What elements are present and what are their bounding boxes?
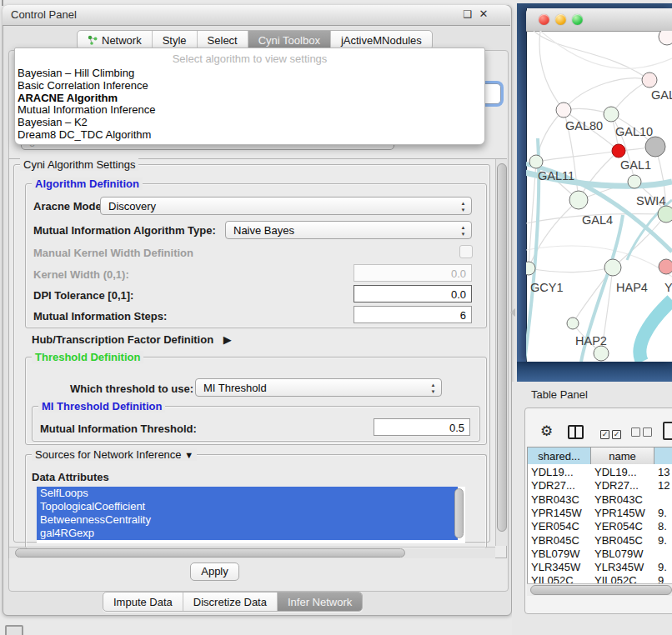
network-node-gal80[interactable] [556, 102, 571, 118]
mi-algorithm-type-label: Mutual Information Algorithm Type: [33, 224, 216, 237]
tab-select[interactable]: Select [198, 31, 248, 49]
table-cell[interactable]: YDR27... [594, 479, 639, 492]
table-cell[interactable]: YBR045C [531, 534, 579, 547]
settings-hscrollbar-thumb[interactable] [15, 548, 405, 558]
stepper-arrows-icon: ▲▼ [429, 382, 437, 395]
node-label-gal80: GAL80 [565, 119, 603, 132]
attribute-item-topologicalcoefficient[interactable]: TopologicalCoefficient [37, 500, 458, 513]
algorithm-definition-title: Algorithm Definition [32, 178, 143, 190]
node-label-gal11: GAL11 [538, 169, 574, 182]
table-cell[interactable]: YBR045C [594, 534, 643, 547]
select-all-columns-icon[interactable]: ✓✓ [600, 427, 624, 439]
table-cell[interactable]: YBR043C [531, 493, 579, 506]
algorithm-option-mutual-information-inference[interactable]: Mutual Information Inference [15, 104, 484, 117]
table-cell[interactable]: YDL19... [531, 466, 574, 478]
table-cell[interactable]: YDL19... [594, 466, 637, 478]
network-node-gal10[interactable] [604, 107, 619, 122]
hub-definition-toggle[interactable]: Hub/Transcription Factor Definition ▶ [32, 333, 232, 346]
network-node-hap2[interactable] [567, 318, 579, 329]
network-node-swi4[interactable] [628, 175, 641, 188]
column-header-name[interactable]: name [591, 448, 654, 465]
splitpane-collapse-arrow-icon[interactable] [510, 308, 515, 317]
float-panel-icon[interactable]: ❑ [461, 8, 474, 21]
table-cell[interactable]: YER054C [531, 520, 579, 532]
aracne-mode-label: Aracne Mode: [33, 200, 105, 212]
tab-cyni-toolbox[interactable]: Cyni Toolbox [248, 31, 331, 49]
network-node-hap4[interactable] [604, 259, 621, 276]
network-node-gal11[interactable] [529, 155, 543, 168]
network-node-gal4[interactable] [569, 191, 588, 209]
aracne-mode-combo[interactable]: Discovery ▲▼ [100, 197, 472, 215]
attributes-vscrollbar-thumb[interactable] [454, 488, 464, 538]
network-node[interactable] [594, 346, 609, 361]
table-hscrollbar-thumb[interactable] [530, 585, 672, 595]
mi-threshold-field[interactable]: 0.5 [374, 418, 470, 436]
table-cell[interactable]: 9. [658, 534, 667, 547]
table-cell[interactable]: YPR145W [594, 507, 645, 519]
table-cell[interactable]: 9. [658, 561, 667, 573]
mi-algorithm-type-combo[interactable]: Naive Bayes ▲▼ [225, 221, 472, 239]
algorithm-option-aracne-algorithm[interactable]: ARACNE Algorithm [15, 92, 484, 105]
tab-discretize-data[interactable]: Discretize Data [183, 592, 278, 611]
algorithm-option-bayesian-k2[interactable]: Bayesian – K2 [15, 117, 484, 129]
network-node-gal1[interactable] [612, 144, 625, 158]
close-traffic-light-icon[interactable] [539, 14, 549, 25]
table-cell[interactable]: YLR345W [531, 561, 580, 573]
close-panel-icon[interactable]: ✕ [477, 8, 490, 21]
table-cell[interactable]: YLR345W [594, 561, 644, 573]
deselect-all-columns-icon[interactable] [631, 427, 654, 439]
table-cell[interactable]: YER054C [594, 520, 643, 532]
apply-button[interactable]: Apply [190, 562, 239, 581]
attribute-item-selfloops[interactable]: SelfLoops [37, 487, 458, 500]
new-table-icon[interactable] [663, 422, 672, 440]
attribute-item-betweennesscentrality[interactable]: BetweennessCentrality [37, 513, 458, 527]
mi-steps-field[interactable]: 6 [354, 306, 472, 323]
sources-group-title[interactable]: Sources for Network Inference ▼ [32, 448, 197, 461]
table-cell[interactable]: YIL052C [531, 574, 574, 583]
gear-icon[interactable]: ⚙ [540, 422, 553, 440]
network-canvas[interactable]: GALGAL80GAL10GAL1GAL11GAL4SWI4GCY1HAP4YH… [526, 31, 672, 362]
minimized-panel-icon[interactable] [5, 625, 23, 635]
kernel-width-field[interactable]: 0.0 [354, 264, 472, 282]
table-cell[interactable]: 9. [658, 507, 667, 519]
manual-kernel-width-checkbox[interactable] [459, 245, 473, 258]
column-header-third[interactable]: A [654, 448, 672, 465]
algorithm-option-bayesian-hill-climbing[interactable]: Bayesian – Hill Climbing [15, 68, 484, 80]
network-node[interactable] [645, 137, 665, 157]
table-body: YDL19...YDL19...13YDR27...YDR27...12YBR0… [527, 464, 672, 583]
tab-impute-data[interactable]: Impute Data [103, 592, 183, 611]
network-edge [529, 268, 613, 272]
network-node-gcy1[interactable] [526, 262, 535, 275]
cyni-bottom-tabbar: Impute DataDiscretize DataInfer Network [103, 592, 363, 612]
table-cell[interactable]: YIL052C [594, 574, 637, 583]
settings-vscrollbar-thumb[interactable] [497, 163, 507, 532]
column-header-shared[interactable]: shared... [528, 448, 591, 465]
tab-infer-network[interactable]: Infer Network [278, 592, 362, 611]
table-cell[interactable]: YBR043C [594, 493, 643, 506]
tab-network[interactable]: Network [78, 31, 153, 49]
algorithm-option-dream8-dc-tdc-algorithm[interactable]: Dream8 DC_TDC Algorithm [15, 129, 484, 142]
minimize-traffic-light-icon[interactable] [555, 14, 566, 25]
table-cell[interactable]: 12 [658, 479, 669, 492]
tab-style[interactable]: Style [153, 31, 198, 49]
column-browser-icon[interactable] [568, 425, 584, 439]
dpi-tolerance-field[interactable]: 0.0 [354, 285, 472, 302]
table-cell[interactable]: 8. [658, 520, 667, 532]
algorithm-option-basic-correlation-inference[interactable]: Basic Correlation Inference [15, 80, 484, 92]
tab-jactivemnodules[interactable]: jActiveMNodules [331, 31, 432, 49]
table-cell[interactable]: YBL079W [531, 548, 580, 560]
table-cell[interactable]: YPR145W [531, 507, 582, 519]
attribute-item-gal4rgexp[interactable]: gal4RGexp [37, 527, 458, 540]
zoom-traffic-light-icon[interactable] [572, 14, 583, 25]
network-node-y[interactable] [659, 259, 672, 274]
which-threshold-combo[interactable]: MI Threshold ▲▼ [195, 378, 442, 397]
control-panel-title: Control Panel [11, 8, 77, 21]
network-node-gal[interactable] [642, 72, 657, 88]
control-panel-titlebar[interactable] [3, 5, 510, 26]
table-cell[interactable]: 13 [658, 466, 669, 478]
table-cell[interactable]: YDR27... [531, 479, 575, 492]
network-node[interactable] [659, 31, 672, 45]
table-cell[interactable]: 9 [658, 574, 664, 583]
network-node[interactable] [658, 206, 672, 222]
table-cell[interactable]: YBL079W [594, 548, 644, 560]
